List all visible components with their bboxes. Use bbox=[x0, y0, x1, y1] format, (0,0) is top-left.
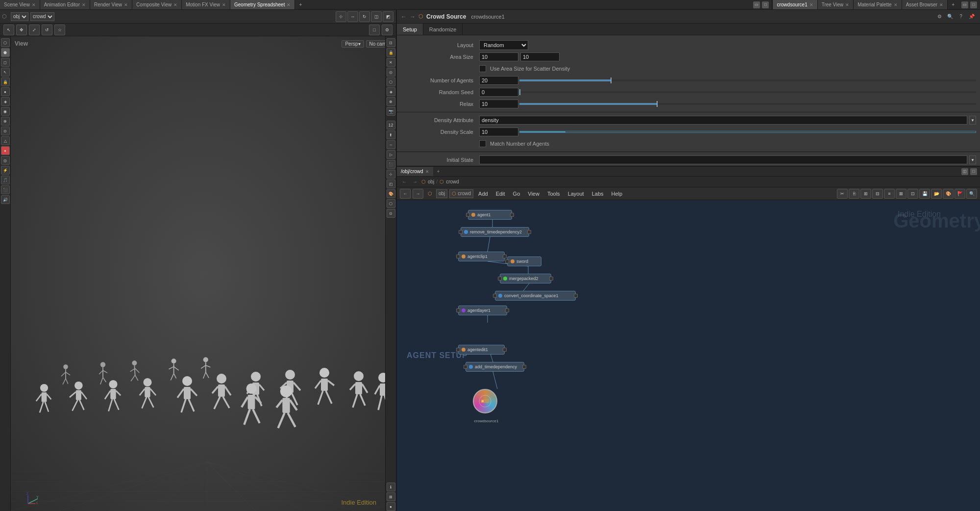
relax-input[interactable] bbox=[479, 100, 518, 108]
left-tool-11[interactable]: △ bbox=[1, 136, 10, 145]
view-tool-4[interactable]: ◎ bbox=[387, 68, 395, 77]
view-tool-1[interactable]: ⊡ bbox=[387, 38, 395, 47]
cs-search-icon[interactable]: 🔍 bbox=[946, 12, 955, 21]
render-region[interactable]: □ bbox=[369, 25, 380, 35]
node-right-port[interactable] bbox=[527, 230, 531, 234]
persp-btn[interactable]: Persp▾ bbox=[342, 40, 364, 48]
tab-motion-fx[interactable]: Motion FX View ✕ bbox=[182, 0, 230, 9]
view-tool-12[interactable]: ▷ bbox=[387, 150, 395, 159]
tab-crowdsource1[interactable]: crowdsource1 ✕ bbox=[773, 0, 817, 9]
view-tool-15[interactable]: ◰ bbox=[387, 179, 395, 188]
ng-tab-obj-crowd[interactable]: /obj/crowd ✕ bbox=[397, 167, 433, 176]
view-tool-14[interactable]: ⊹ bbox=[387, 170, 395, 179]
ng-win-btn1[interactable]: ◫ bbox=[961, 168, 968, 175]
density-attr-menu-btn[interactable]: ▼ bbox=[969, 116, 976, 125]
tab-asset-browser[interactable]: Asset Browser ✕ bbox=[902, 0, 948, 9]
left-tool-9[interactable]: ⊕ bbox=[1, 117, 10, 126]
left-tool-13[interactable]: ◎ bbox=[1, 156, 10, 165]
left-tool-17[interactable]: 🔊 bbox=[1, 195, 10, 204]
ng-flag-btn[interactable]: 🚩 bbox=[955, 189, 965, 199]
ng-color-btn[interactable]: 🎨 bbox=[943, 189, 954, 199]
left-tool-16[interactable]: ⬛ bbox=[1, 185, 10, 194]
left-tool-12[interactable]: ● bbox=[1, 146, 10, 155]
node-convert-coord[interactable]: convert_coordinate_space1 bbox=[495, 291, 576, 301]
select-tool[interactable]: ↖ bbox=[3, 25, 14, 35]
use-area-size-checkbox[interactable] bbox=[479, 65, 486, 72]
ng-menu-help[interactable]: Help bbox=[609, 189, 626, 199]
ng-save-btn[interactable]: 💾 bbox=[919, 189, 930, 199]
ng-win-btn2[interactable]: □ bbox=[970, 168, 977, 175]
win-minimize-btn-r[interactable]: ▭ bbox=[961, 1, 968, 8]
ng-menu-edit[interactable]: Edit bbox=[493, 189, 508, 199]
add-tab-btn-left[interactable]: + bbox=[295, 0, 306, 9]
close-icon[interactable]: ✕ bbox=[222, 2, 226, 7]
object-dropdown[interactable]: crowd bbox=[30, 12, 54, 21]
view-tool-3[interactable]: ✕ bbox=[387, 58, 395, 67]
close-icon[interactable]: ✕ bbox=[809, 2, 813, 7]
ng-layout-btn[interactable]: ⊟ bbox=[872, 189, 883, 199]
cs-settings-icon[interactable]: ⚙ bbox=[935, 12, 944, 21]
close-icon[interactable]: ✕ bbox=[124, 2, 128, 7]
close-icon[interactable]: ✕ bbox=[939, 2, 943, 7]
tab-scene-view[interactable]: Scene View ✕ bbox=[0, 0, 40, 9]
area-size-y-input[interactable] bbox=[520, 52, 560, 61]
ng-forward-btn[interactable]: → bbox=[411, 178, 419, 186]
left-tool-14[interactable]: ⚡ bbox=[1, 166, 10, 175]
density-scale-input[interactable] bbox=[479, 128, 518, 136]
ng-zoom-btn[interactable]: 🔍 bbox=[966, 189, 977, 199]
close-icon[interactable]: ✕ bbox=[845, 2, 849, 7]
left-tool-3[interactable]: ◻ bbox=[1, 58, 10, 67]
cs-tab-randomize[interactable]: Randomize bbox=[423, 24, 463, 35]
node-remove-timedep[interactable]: remove_timedependency2 bbox=[461, 227, 529, 237]
node-left-port[interactable] bbox=[505, 259, 509, 263]
win-btn1[interactable]: ◫ bbox=[371, 11, 382, 22]
ng-list-btn[interactable]: ≡ bbox=[884, 189, 895, 199]
context-dropdown[interactable]: obj bbox=[11, 12, 28, 21]
rotate-btn[interactable]: ↻ bbox=[359, 11, 370, 22]
left-tool-4[interactable]: ↖ bbox=[1, 68, 10, 77]
initial-state-arrow[interactable]: ▼ bbox=[969, 155, 976, 164]
view-tool-11[interactable]: ↔ bbox=[387, 140, 395, 149]
ng-cut-btn[interactable]: ✂ bbox=[837, 189, 848, 199]
win-maximize-btn[interactable]: □ bbox=[762, 1, 769, 8]
node-left-port[interactable] bbox=[456, 255, 460, 258]
node-right-port[interactable] bbox=[503, 255, 507, 258]
node-right-port[interactable] bbox=[522, 365, 526, 369]
add-tab-btn-right[interactable]: + bbox=[948, 0, 958, 9]
node-right-port[interactable] bbox=[510, 213, 514, 217]
snap-btn[interactable]: ⊹ bbox=[336, 11, 346, 22]
random-seed-input[interactable] bbox=[479, 88, 518, 97]
view-tool-7[interactable]: ⊕ bbox=[387, 97, 395, 106]
node-right-port[interactable] bbox=[574, 294, 578, 298]
initial-state-input[interactable] bbox=[479, 155, 967, 164]
tab-render-view[interactable]: Render View ✕ bbox=[90, 0, 132, 9]
node-left-port[interactable] bbox=[493, 294, 497, 298]
node-add-timedep[interactable]: add_timedependency bbox=[466, 362, 524, 372]
ng-add-tab-btn[interactable]: + bbox=[433, 167, 444, 176]
ng-menu-layout[interactable]: Layout bbox=[565, 189, 587, 199]
left-tool-10[interactable]: ⊙ bbox=[1, 127, 10, 135]
match-num-checkbox[interactable] bbox=[479, 140, 486, 147]
ng-home-tool[interactable]: ⬡ bbox=[425, 189, 434, 198]
view-tool-9[interactable]: 12 bbox=[387, 121, 395, 129]
ng-path-obj[interactable]: obj bbox=[428, 179, 434, 184]
win-btn2[interactable]: ◩ bbox=[383, 11, 393, 22]
close-icon[interactable]: ✕ bbox=[894, 2, 898, 7]
transform-btn[interactable]: ↔ bbox=[347, 11, 358, 22]
cs-tab-setup[interactable]: Setup bbox=[397, 24, 423, 35]
left-tool-5[interactable]: 🔒 bbox=[1, 77, 10, 86]
left-tool-6[interactable]: ● bbox=[1, 87, 10, 96]
node-left-port[interactable] bbox=[464, 365, 467, 369]
ng-table-btn[interactable]: ⊠ bbox=[896, 189, 906, 199]
left-tool-1[interactable]: ⬡ bbox=[1, 38, 10, 47]
node-left-port[interactable] bbox=[466, 213, 470, 217]
left-tool-2[interactable]: ⬣ bbox=[1, 48, 10, 57]
view-tool-18[interactable]: ⊙ bbox=[387, 209, 395, 218]
view-tool-16[interactable]: 🎨 bbox=[387, 189, 395, 198]
left-tool-15[interactable]: 🎵 bbox=[1, 176, 10, 184]
node-agentlayer1[interactable]: agentlayer1 bbox=[458, 306, 507, 315]
tab-material-palette[interactable]: Material Palette ✕ bbox=[854, 0, 902, 9]
view-tool-19[interactable]: ℹ bbox=[387, 483, 395, 491]
cs-help-icon[interactable]: ? bbox=[956, 12, 965, 21]
ng-back-tool[interactable]: ← bbox=[400, 189, 411, 199]
